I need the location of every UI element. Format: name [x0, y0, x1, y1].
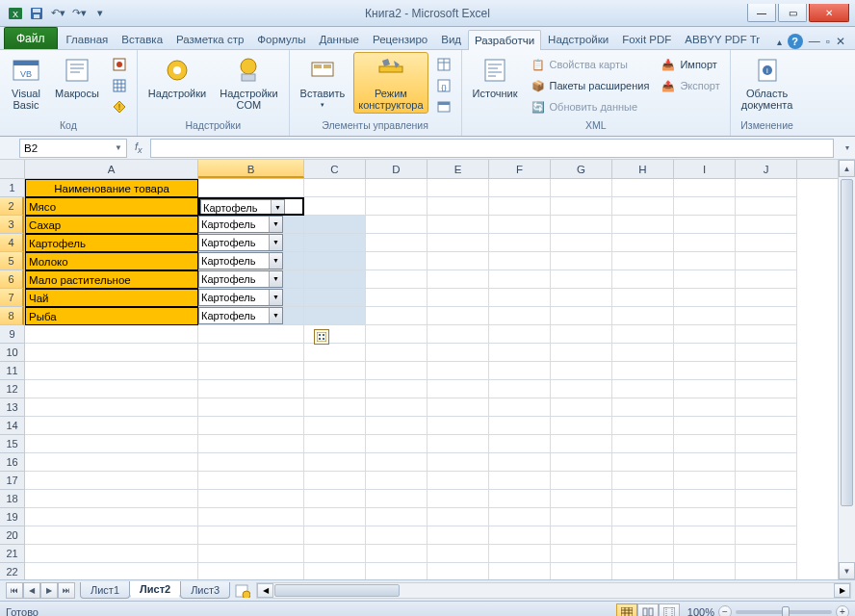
cell-F21[interactable] [489, 545, 551, 563]
cell-E3[interactable] [428, 216, 489, 234]
new-sheet-button[interactable] [233, 583, 252, 599]
cell-E8[interactable] [428, 307, 489, 325]
combobox-control[interactable]: Картофель▼ [198, 234, 283, 251]
qat-dropdown-icon[interactable]: ▾ [91, 4, 110, 23]
col-header-I[interactable]: I [674, 160, 736, 178]
cell-H3[interactable] [612, 216, 674, 234]
expand-formula-icon[interactable]: ▾ [840, 143, 855, 152]
row-header-2[interactable]: 2 [0, 197, 24, 216]
row-header-5[interactable]: 5 [0, 252, 24, 270]
cell-H4[interactable] [612, 234, 674, 252]
cell-B7[interactable]: Картофель▼ [198, 289, 304, 307]
cell-E1[interactable] [428, 179, 489, 197]
sheet-tab-2[interactable]: Лист2 [129, 581, 181, 598]
cell-J19[interactable] [736, 508, 797, 526]
tab-view[interactable]: Вид [434, 29, 468, 49]
namebox-dropdown-icon[interactable]: ▼ [115, 143, 122, 152]
vertical-scrollbar[interactable]: ▲ ▼ [838, 160, 855, 579]
row-header-17[interactable]: 17 [0, 472, 24, 490]
cell-D4[interactable] [366, 234, 428, 252]
cell-C22[interactable] [304, 563, 366, 579]
cell-G8[interactable] [551, 307, 612, 325]
cell-F13[interactable] [489, 398, 551, 417]
cell-H18[interactable] [612, 490, 674, 508]
cell-F8[interactable] [489, 307, 551, 325]
combobox-dropdown-button[interactable]: ▼ [269, 290, 282, 305]
minimize-button[interactable]: — [747, 4, 776, 22]
cell-C1[interactable] [304, 179, 366, 197]
cell-C6[interactable] [304, 270, 366, 289]
cell-I12[interactable] [674, 380, 736, 398]
cell-D16[interactable] [366, 453, 428, 472]
cell-I11[interactable] [674, 362, 736, 380]
zoom-level[interactable]: 100% [687, 606, 714, 617]
cell-G18[interactable] [551, 490, 612, 508]
scroll-thumb[interactable] [841, 179, 853, 506]
cell-E19[interactable] [428, 508, 489, 526]
sheet-nav-last[interactable]: ⏭ [58, 582, 75, 599]
col-header-F[interactable]: F [489, 160, 551, 178]
cell-D7[interactable] [366, 289, 428, 307]
cell-H1[interactable] [612, 179, 674, 197]
cell-E9[interactable] [428, 325, 489, 344]
combobox-control[interactable]: Картофель▼ [198, 270, 283, 288]
row-header-7[interactable]: 7 [0, 289, 24, 307]
row-header-6[interactable]: 6 [0, 270, 24, 289]
cell-I21[interactable] [674, 545, 736, 563]
combobox-dropdown-button[interactable]: ▼ [269, 308, 282, 323]
hscroll-right[interactable]: ▶ [834, 583, 850, 598]
cell-G5[interactable] [551, 252, 612, 270]
cell-D8[interactable] [366, 307, 428, 325]
cell-H22[interactable] [612, 563, 674, 579]
cell-D17[interactable] [366, 472, 428, 490]
cell-H16[interactable] [612, 453, 674, 472]
cell-G12[interactable] [551, 380, 612, 398]
cell-G6[interactable] [551, 270, 612, 289]
cell-E6[interactable] [428, 270, 489, 289]
hscroll-thumb[interactable] [274, 584, 400, 597]
tab-formulas[interactable]: Формулы [250, 29, 312, 49]
cell-J14[interactable] [736, 417, 797, 435]
cell-E15[interactable] [428, 435, 489, 453]
cell-A15[interactable] [25, 435, 198, 453]
combobox-control[interactable]: Картофель▼ [198, 252, 283, 270]
cell-J15[interactable] [736, 435, 797, 453]
fx-icon[interactable]: fx [135, 141, 142, 155]
combobox-dropdown-button[interactable]: ▼ [269, 271, 282, 287]
cell-C15[interactable] [304, 435, 366, 453]
cell-A20[interactable] [25, 526, 198, 545]
cell-J2[interactable] [736, 197, 797, 216]
cell-B17[interactable] [198, 472, 304, 490]
doc-panel-button[interactable]: i Область документа [737, 52, 798, 114]
tab-review[interactable]: Рецензиро [366, 29, 434, 49]
cell-A2[interactable]: Мясо [25, 197, 198, 216]
cell-J1[interactable] [736, 179, 797, 197]
col-header-C[interactable]: C [304, 160, 366, 178]
cell-I16[interactable] [674, 453, 736, 472]
cell-A11[interactable] [25, 362, 198, 380]
cell-E4[interactable] [428, 234, 489, 252]
cell-F14[interactable] [489, 417, 551, 435]
cell-E2[interactable] [428, 197, 489, 216]
name-box[interactable]: B2 ▼ [19, 139, 127, 158]
cell-G3[interactable] [551, 216, 612, 234]
row-header-8[interactable]: 8 [0, 307, 24, 325]
cell-F15[interactable] [489, 435, 551, 453]
combobox-control[interactable]: Картофель▼ [198, 216, 283, 233]
doc-close-icon[interactable]: ✕ [836, 35, 845, 48]
cell-E13[interactable] [428, 398, 489, 417]
cell-I17[interactable] [674, 472, 736, 490]
cell-G11[interactable] [551, 362, 612, 380]
cell-F16[interactable] [489, 453, 551, 472]
cell-J3[interactable] [736, 216, 797, 234]
cell-H11[interactable] [612, 362, 674, 380]
cell-E5[interactable] [428, 252, 489, 270]
cell-J9[interactable] [736, 325, 797, 344]
cell-A8[interactable]: Рыба [25, 307, 198, 325]
cell-B21[interactable] [198, 545, 304, 563]
combobox-control[interactable]: Картофель▼ [198, 289, 283, 306]
cell-J10[interactable] [736, 344, 797, 362]
cell-F19[interactable] [489, 508, 551, 526]
cell-F18[interactable] [489, 490, 551, 508]
cell-I20[interactable] [674, 526, 736, 545]
